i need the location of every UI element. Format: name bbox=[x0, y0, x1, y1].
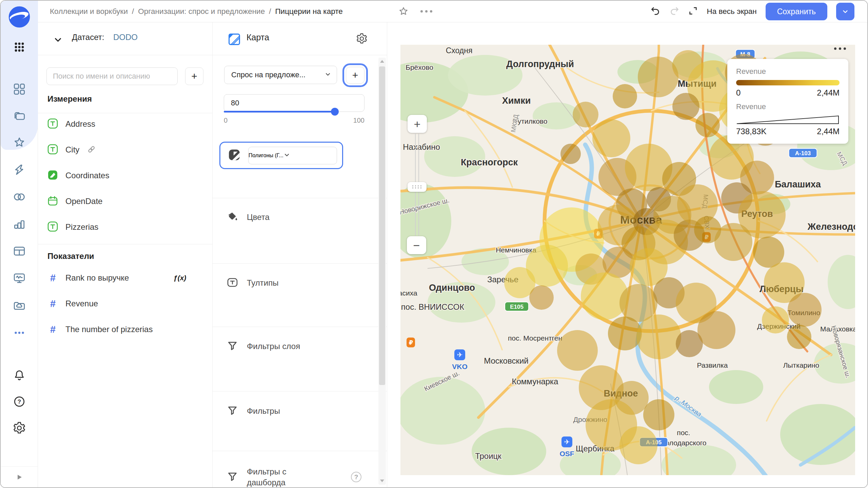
measure-field-Rank по выручке[interactable]: # Rank по выручке ƒ(x) bbox=[38, 265, 212, 291]
fullscreen-label[interactable]: На весь экран bbox=[707, 7, 756, 16]
revenue-bubble[interactable] bbox=[788, 293, 822, 327]
favorites-icon[interactable] bbox=[1, 135, 38, 150]
favorite-star-icon[interactable] bbox=[398, 6, 409, 18]
layer-opacity-slider[interactable]: 80 bbox=[224, 94, 364, 112]
dimension-field-OpenDate[interactable]: OpenDate bbox=[38, 188, 212, 214]
revenue-bubble[interactable] bbox=[560, 144, 581, 164]
airport-code-label: OSF bbox=[559, 450, 574, 458]
storage-icon[interactable] bbox=[1, 298, 38, 313]
map-zoom-out-button[interactable]: − bbox=[407, 236, 426, 254]
editor-icon[interactable] bbox=[1, 162, 38, 178]
map-place-label: пос. bbox=[677, 429, 690, 436]
revenue-bubble[interactable] bbox=[714, 223, 752, 261]
monitoring-icon[interactable] bbox=[1, 270, 38, 286]
revenue-bubble[interactable] bbox=[672, 93, 699, 120]
revenue-bubble[interactable] bbox=[697, 311, 735, 349]
datasets-icon[interactable] bbox=[1, 189, 38, 205]
revenue-bubble[interactable] bbox=[787, 325, 811, 349]
dimension-field-Pizzerias[interactable]: Pizzerias bbox=[38, 214, 212, 240]
more-actions-icon[interactable] bbox=[420, 10, 432, 13]
breadcrumb-separator: / bbox=[269, 7, 271, 16]
section-funnel[interactable]: Фильтры слоя bbox=[213, 335, 369, 358]
notifications-icon[interactable] bbox=[1, 367, 38, 383]
breadcrumb-collections[interactable]: Коллекции и воркбуки bbox=[50, 7, 128, 16]
measure-field-Revenue[interactable]: # Revenue bbox=[38, 291, 212, 317]
map-zoom-in-button[interactable]: + bbox=[408, 115, 427, 133]
save-options-caret-button[interactable] bbox=[836, 3, 854, 20]
help-icon[interactable]: ? bbox=[351, 472, 361, 482]
chart-settings-gear-icon[interactable] bbox=[356, 33, 367, 45]
dimension-field-City[interactable]: City bbox=[38, 137, 212, 163]
revenue-bubble[interactable] bbox=[573, 102, 598, 127]
legend-color-title: Revenue bbox=[736, 67, 840, 76]
funnel-icon bbox=[227, 405, 238, 417]
fullscreen-icon[interactable] bbox=[688, 6, 698, 17]
settings-icon[interactable] bbox=[1, 420, 38, 436]
map-zoom-handle[interactable] bbox=[408, 182, 427, 192]
revenue-bubble[interactable] bbox=[762, 306, 789, 333]
revenue-bubble[interactable] bbox=[638, 57, 678, 97]
text-field-icon bbox=[47, 144, 58, 156]
scrollbar-thumb[interactable] bbox=[379, 66, 385, 385]
section-tooltip[interactable]: Тултипы bbox=[213, 271, 369, 294]
map-place-label: Красногорск bbox=[461, 157, 518, 167]
revenue-bubble[interactable] bbox=[613, 84, 637, 108]
revenue-bubble[interactable] bbox=[557, 330, 598, 371]
dashboards-icon[interactable] bbox=[1, 81, 38, 97]
add-field-button[interactable]: + bbox=[185, 67, 203, 85]
section-paint[interactable]: Цвета bbox=[213, 206, 369, 229]
collapse-sidebar-button[interactable] bbox=[1, 466, 38, 487]
map-place-label: Железнодорожный bbox=[807, 222, 855, 232]
datalens-logo-icon[interactable] bbox=[1, 4, 38, 30]
field-label: City bbox=[65, 145, 79, 155]
redo-icon[interactable] bbox=[669, 6, 679, 17]
section-funnel[interactable]: Фильтры bbox=[213, 400, 369, 423]
dataset-label: Датасет: bbox=[72, 33, 104, 42]
save-button[interactable]: Сохранить bbox=[766, 3, 827, 20]
layer-select[interactable]: Спрос на предложе... bbox=[224, 66, 337, 84]
paint-icon bbox=[227, 211, 238, 223]
map-place-label: Троицк bbox=[475, 451, 501, 461]
dataset-header[interactable]: Датасет: DODO bbox=[38, 22, 212, 55]
field-label: Coordinates bbox=[65, 171, 109, 180]
section-funnel[interactable]: Фильтры с дашборда ? bbox=[213, 461, 369, 487]
map-place-label: Московский bbox=[484, 356, 529, 365]
more-icon[interactable] bbox=[1, 325, 38, 340]
slider-min-label: 0 bbox=[224, 117, 228, 124]
breadcrumb: Коллекции и воркбуки / Организации: спро… bbox=[50, 1, 343, 22]
map-menu-icon[interactable] bbox=[834, 47, 846, 50]
legend-color-max: 2,44M bbox=[817, 88, 840, 98]
breadcrumb-workbook[interactable]: Организации: спрос и предложение bbox=[138, 7, 265, 16]
help-icon[interactable]: ? bbox=[1, 394, 38, 409]
field-search-input[interactable] bbox=[46, 67, 178, 85]
geotype-select[interactable]: Полигоны (Г... bbox=[248, 147, 337, 164]
revenue-bubble[interactable] bbox=[636, 314, 681, 359]
map-place-label: пос. Мосрентген bbox=[508, 334, 562, 342]
legend-size-title: Revenue bbox=[736, 102, 840, 111]
dataset-name[interactable]: DODO bbox=[113, 33, 138, 42]
revenue-bubble[interactable] bbox=[529, 285, 554, 310]
settings-scrollbar[interactable] bbox=[378, 58, 386, 485]
revenue-bubble[interactable] bbox=[619, 426, 657, 464]
undo-icon[interactable] bbox=[650, 6, 660, 17]
revenue-bubble[interactable] bbox=[695, 113, 720, 137]
dimension-field-Coordinates[interactable]: Coordinates bbox=[38, 163, 212, 188]
geo-field-icon bbox=[47, 170, 58, 182]
slider-thumb[interactable] bbox=[331, 108, 339, 116]
revenue-bubble[interactable] bbox=[592, 119, 630, 157]
tables-icon[interactable] bbox=[1, 243, 38, 259]
chevron-down-icon bbox=[53, 35, 63, 46]
airport-code-label: VKO bbox=[452, 363, 468, 370]
charts-icon[interactable] bbox=[1, 216, 38, 232]
collections-icon[interactable] bbox=[1, 108, 38, 124]
measure-field-The number of pizzerias[interactable]: # The number of pizzerias bbox=[38, 317, 212, 342]
map-place-label: Брёхово bbox=[406, 63, 433, 71]
apps-grid-icon[interactable] bbox=[1, 39, 38, 56]
scroll-up-arrow[interactable] bbox=[380, 60, 384, 63]
scroll-down-arrow[interactable] bbox=[380, 480, 384, 482]
dimension-field-Address[interactable]: Address bbox=[38, 111, 212, 137]
revenue-bubble[interactable] bbox=[643, 399, 674, 430]
divider bbox=[213, 451, 387, 451]
number-field-icon: # bbox=[47, 272, 58, 284]
add-layer-button[interactable]: + bbox=[346, 67, 364, 84]
